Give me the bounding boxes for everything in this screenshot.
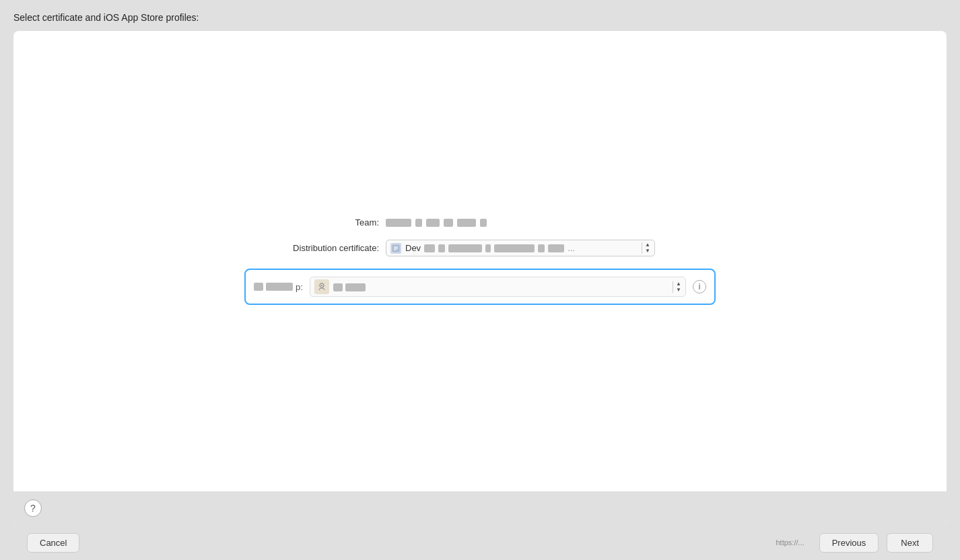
cert-redacted-6: [538, 244, 545, 252]
footer-bar: Cancel https://... Previous Next: [13, 525, 947, 560]
profile-text-redacted-2: [345, 283, 366, 291]
team-redacted-5: [457, 219, 476, 227]
profile-select-text: [333, 282, 668, 291]
cert-redacted-3: [448, 244, 482, 252]
dist-cert-label: Distribution certificate:: [244, 243, 379, 253]
cert-redacted-4: [485, 244, 491, 252]
profile-text-redacted-1: [333, 283, 343, 291]
cert-redacted-5: [494, 244, 535, 252]
cert-redacted-7: [548, 244, 564, 252]
bottom-panel: ?: [13, 491, 947, 525]
cert-icon: [390, 243, 401, 254]
cancel-button[interactable]: Cancel: [27, 533, 79, 553]
profile-icon: [314, 279, 329, 294]
info-button[interactable]: i: [693, 280, 706, 293]
stepper-down: ▼: [645, 248, 650, 254]
profile-stepper[interactable]: ▲ ▼: [673, 281, 681, 293]
cert-redacted-1: [424, 244, 435, 252]
profile-colon: p:: [296, 282, 303, 292]
dist-cert-select[interactable]: Dev ... ▲ ▼: [386, 240, 655, 256]
team-value: [386, 219, 487, 227]
form-area: Team: Distribution certificate:: [13, 31, 947, 491]
previous-button[interactable]: Previous: [819, 533, 879, 553]
cert-svg-icon: [392, 244, 400, 252]
profile-labels: p:: [254, 282, 303, 292]
help-button[interactable]: ?: [24, 499, 42, 517]
team-redacted-3: [426, 219, 440, 227]
profile-label-redacted-1: [254, 283, 263, 291]
svg-point-5: [321, 285, 322, 286]
profile-label-redacted-2: [266, 283, 293, 291]
next-button[interactable]: Next: [887, 533, 933, 553]
form-rows: Team: Distribution certificate:: [244, 217, 716, 305]
team-redacted-2: [415, 219, 422, 227]
main-panel: Team: Distribution certificate:: [13, 31, 947, 525]
profile-row-container: p:: [244, 269, 716, 305]
team-redacted-6: [480, 219, 487, 227]
page-title: Select certificate and iOS App Store pro…: [13, 12, 947, 23]
profile-stepper-down: ▼: [676, 287, 681, 293]
cert-text-dev: Dev: [405, 243, 421, 253]
cert-redacted-2: [438, 244, 445, 252]
cert-stepper[interactable]: ▲ ▼: [642, 242, 650, 254]
team-redacted-1: [386, 219, 411, 227]
team-label: Team:: [244, 217, 379, 228]
profile-row-wrapper: p:: [244, 269, 716, 305]
cert-ellipsis: ...: [568, 243, 575, 253]
profile-stepper-up: ▲: [676, 281, 681, 287]
profile-svg-icon: [317, 282, 327, 291]
url-hint: https://...: [88, 538, 804, 547]
team-row: Team:: [244, 217, 716, 228]
profile-select[interactable]: ▲ ▼: [310, 277, 686, 297]
team-redacted-4: [444, 219, 453, 227]
cert-select-text: Dev ...: [405, 243, 638, 253]
dist-cert-row: Distribution certificate: Dev: [244, 240, 716, 256]
stepper-up: ▲: [645, 242, 650, 248]
